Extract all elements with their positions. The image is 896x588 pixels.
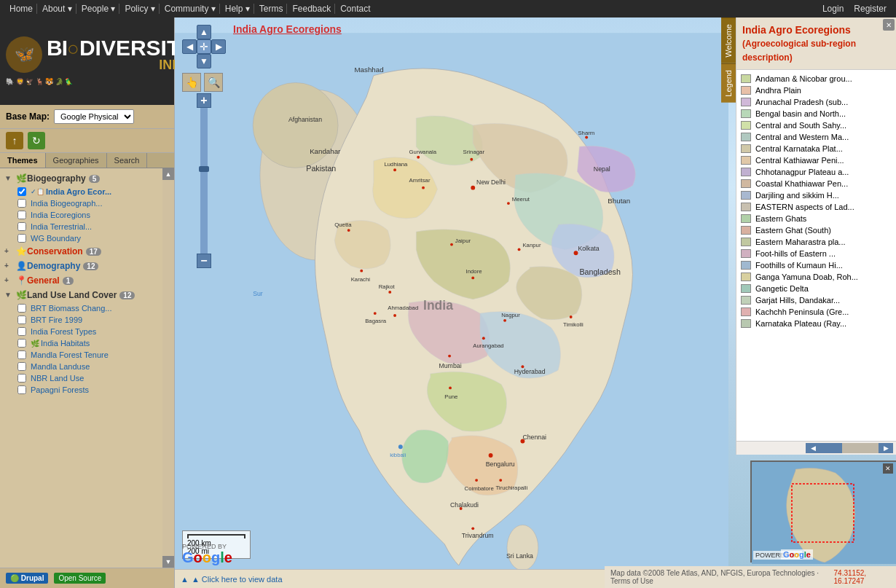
- svg-text:Afghanistan: Afghanistan: [288, 116, 322, 123]
- layer-mandla-forest-link[interactable]: Mandla Forest Tenure: [31, 350, 109, 359]
- layer-biogeography-link[interactable]: India Biogeograph...: [31, 199, 102, 208]
- nav-about[interactable]: About ▾: [39, 4, 76, 14]
- category-biogeography[interactable]: ▼ 🌿 Biogeography 5: [0, 171, 174, 186]
- category-general[interactable]: + 📍 General 1: [0, 273, 174, 288]
- legend-label-14: Eastern Maharastra pla...: [755, 238, 846, 246]
- nav-left-btn[interactable]: ◀: [182, 39, 197, 54]
- svg-point-54: [388, 291, 391, 294]
- cursor-tool[interactable]: 👆: [182, 73, 201, 92]
- layer-brt-fire-checkbox[interactable]: [17, 315, 26, 324]
- svg-text:Meerut: Meerut: [512, 196, 530, 203]
- svg-point-38: [471, 527, 474, 530]
- nav-login[interactable]: Login: [819, 4, 847, 14]
- svg-text:Tiruchirapalli: Tiruchirapalli: [495, 485, 527, 491]
- legend-item-2: Arunachal Pradesh (sub...: [741, 96, 892, 108]
- layer-nbr-landuse-link[interactable]: NBR Land Use: [31, 374, 84, 383]
- basemap-select[interactable]: Google Physical Google Satellite Google …: [54, 109, 134, 124]
- layer-wgboundary-checkbox[interactable]: [17, 234, 26, 243]
- conservation-icon: ⭐: [16, 246, 27, 256]
- layer-india-forest-checkbox[interactable]: [17, 327, 26, 336]
- zoom-control: + −: [182, 93, 226, 268]
- nav-people[interactable]: People ▾: [78, 4, 120, 14]
- layer-biogeography-checkbox[interactable]: [17, 199, 26, 208]
- layer-brt-biomass: BRT Biomass Chang...: [0, 302, 174, 314]
- legend-item-11: EASTERN aspects of Lad...: [741, 201, 892, 213]
- legend-color-12: [741, 214, 751, 223]
- layer-brt-biomass-link[interactable]: BRT Biomass Chang...: [31, 304, 111, 313]
- layer-india-forest-link[interactable]: India Forest Types: [31, 327, 96, 336]
- layer-refresh-tool[interactable]: ↻: [28, 132, 45, 149]
- zoom-slider[interactable]: [200, 108, 208, 254]
- legend-item-17: Ganga Yamuna Doab, Roh...: [741, 271, 892, 283]
- layer-mandla-forest-checkbox[interactable]: [17, 350, 26, 359]
- layer-mandla-landuse-link[interactable]: Mandla Landuse: [31, 362, 90, 371]
- svg-text:Indore: Indore: [465, 268, 482, 275]
- logo-o: ○: [67, 37, 79, 60]
- layer-nbr-landuse-checkbox[interactable]: [17, 374, 26, 383]
- layer-wgboundary-link[interactable]: WG Boundary: [31, 234, 81, 243]
- nav-terms[interactable]: Terms: [256, 4, 288, 14]
- nav-community[interactable]: Community ▾: [161, 4, 220, 14]
- category-demography[interactable]: + 👤 Demography 12: [0, 259, 174, 273]
- layer-india-habitats-checkbox[interactable]: [17, 339, 26, 348]
- tab-themes[interactable]: Themes: [0, 153, 46, 168]
- map-container[interactable]: Pakistan Afghanistan India Bangladesh Bh…: [175, 17, 896, 588]
- nav-home[interactable]: Home: [6, 4, 37, 14]
- scroll-down-btn[interactable]: ▼: [162, 556, 174, 568]
- category-conservation[interactable]: + ⭐ Conservation 17: [0, 244, 174, 259]
- layer-india-agro-link[interactable]: India Agro Ecor...: [46, 187, 111, 196]
- layer-india-terrestrial: India Terrestrial...: [0, 221, 174, 232]
- nav-down-btn[interactable]: ▼: [197, 54, 211, 68]
- landuse-layers: BRT Biomass Chang... BRT Fire 1999 India…: [0, 302, 174, 396]
- layer-brt-biomass-checkbox[interactable]: [17, 304, 26, 313]
- layer-brt-fire-link[interactable]: BRT Fire 1999: [31, 315, 82, 324]
- svg-point-66: [585, 136, 588, 139]
- nav-right-btn[interactable]: ▶: [211, 39, 226, 54]
- nav-up-btn[interactable]: ▲: [197, 25, 211, 39]
- coordinates-text: 74.31152, 16.17247: [834, 569, 890, 585]
- biogeography-layers: ✓📋 India Agro Ecor... India Biogeograph.…: [0, 186, 174, 244]
- nav-center-btn[interactable]: ✛: [197, 39, 211, 54]
- layer-up-tool[interactable]: ↑: [6, 132, 23, 149]
- layer-india-habitats-link[interactable]: India Habitats: [41, 339, 90, 348]
- svg-point-46: [470, 158, 473, 161]
- nav-policy[interactable]: Policy ▾: [121, 4, 159, 14]
- svg-text:Pakistan: Pakistan: [306, 164, 336, 173]
- nav-help[interactable]: Help ▾: [221, 4, 254, 14]
- zoom-minus-btn[interactable]: −: [197, 254, 211, 268]
- svg-text:Coimbatore: Coimbatore: [465, 485, 494, 492]
- scroll-up-btn[interactable]: ▲: [162, 168, 174, 180]
- layer-papagni-forests: Papagni Forests: [0, 384, 174, 396]
- map-title-overlay[interactable]: India Agro Ecoregions: [233, 23, 342, 35]
- layer-papagni-forests-link[interactable]: Papagni Forests: [31, 385, 89, 394]
- layer-mandla-landuse-checkbox[interactable]: [17, 362, 26, 371]
- legend-scroll-right[interactable]: ▶: [879, 443, 893, 453]
- category-landuse[interactable]: ▼ 🌿 Land Use Land Cover 12: [0, 288, 174, 302]
- layer-ecoregions-checkbox[interactable]: [17, 211, 26, 219]
- legend-scroll-left[interactable]: ◀: [806, 443, 820, 453]
- zoom-in-tool[interactable]: 🔍: [204, 73, 223, 92]
- tab-geographies[interactable]: Geographies: [46, 153, 107, 168]
- svg-point-14: [507, 202, 510, 205]
- welcome-tab[interactable]: Welcome: [721, 17, 736, 63]
- layer-india-ecoregions: India Ecoregions: [0, 209, 174, 221]
- legend-item-6: Central Karnataka Plat...: [741, 143, 892, 154]
- sidebar-scrollbar[interactable]: ▲ ▼: [162, 168, 174, 568]
- nav-feedback[interactable]: Feedback: [288, 4, 335, 14]
- mini-map-close-btn[interactable]: ✕: [883, 463, 893, 474]
- expand-demography-icon: +: [4, 262, 13, 270]
- nav-contact[interactable]: Contact: [337, 4, 374, 14]
- svg-text:Quetta: Quetta: [334, 222, 352, 228]
- layer-terrestrial-checkbox[interactable]: [17, 222, 26, 231]
- layer-ecoregions-link[interactable]: India Ecoregions: [31, 211, 90, 219]
- tab-search[interactable]: Search: [107, 153, 148, 168]
- svg-text:Kanpur: Kanpur: [522, 243, 541, 249]
- layer-terrestrial-link[interactable]: India Terrestrial...: [31, 222, 92, 231]
- layer-india-agro-checkbox[interactable]: [17, 187, 26, 196]
- nav-register[interactable]: Register: [850, 4, 890, 14]
- legend-tab[interactable]: Legend: [721, 63, 736, 103]
- layer-papagni-forests-checkbox[interactable]: [17, 385, 26, 394]
- zoom-plus-btn[interactable]: +: [197, 93, 211, 108]
- legend-close-btn[interactable]: ✕: [883, 19, 895, 31]
- svg-text:Bangladesh: Bangladesh: [579, 267, 621, 276]
